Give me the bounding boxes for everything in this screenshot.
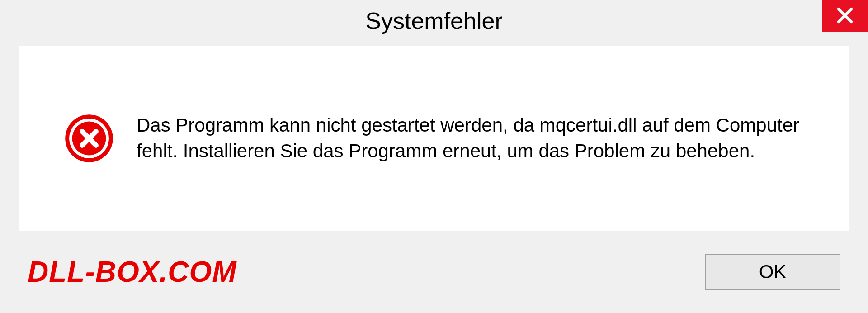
error-message: Das Programm kann nicht gestartet werden… xyxy=(137,113,822,164)
content-panel: Das Programm kann nicht gestartet werden… xyxy=(19,46,849,231)
error-icon xyxy=(64,114,114,163)
watermark-text: DLL-BOX.COM xyxy=(28,255,237,289)
titlebar: Systemfehler xyxy=(0,0,868,41)
close-button[interactable] xyxy=(822,0,868,32)
dialog-footer: DLL-BOX.COM OK xyxy=(0,245,868,313)
error-dialog: Systemfehler Das Programm kann nicht ges… xyxy=(0,0,868,313)
ok-button[interactable]: OK xyxy=(705,254,840,290)
close-icon xyxy=(835,6,854,27)
dialog-title: Systemfehler xyxy=(365,7,502,34)
